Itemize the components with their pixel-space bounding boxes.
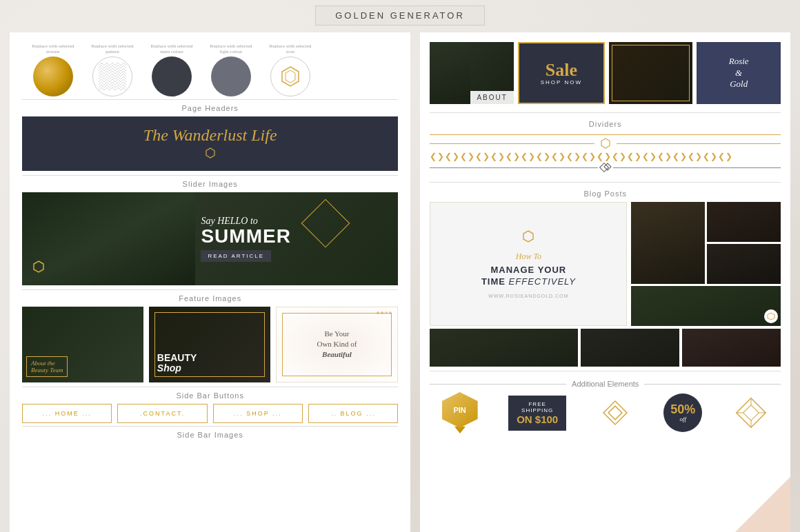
additional-section: Additional Elements PIN FREE SHIP (430, 380, 781, 433)
divider-hex (430, 138, 781, 149)
svg-marker-4 (34, 261, 43, 272)
swatch-gold-circle (33, 57, 73, 96)
divider-buttons (22, 426, 398, 427)
section-page-headers: Page Headers (22, 104, 398, 112)
additional-label: Additional Elements (430, 380, 781, 388)
free-shipping-badge: FREE SHIPPING ON $100 (508, 396, 566, 431)
shop-now-text: SHOP NOW (541, 79, 582, 85)
slider-area: Say HELLO to SUMMER READ ARTICLE (22, 192, 398, 285)
free-text: FREE (528, 401, 546, 407)
feature-1-box: About the Beauty Team (26, 356, 68, 377)
title-text: GOLDEN GENERATOR (335, 10, 465, 21)
section-feature-images: Feature Images (22, 294, 398, 303)
title-bar: GOLDEN GENERATOR (315, 6, 485, 25)
swatch-dark-circle (152, 57, 192, 96)
contact-button[interactable]: .CONTACT. (117, 404, 207, 423)
svg-rect-11 (743, 405, 759, 421)
shop-button[interactable]: ... SHOP ... (213, 404, 303, 423)
feature-2-text: BEAUTY Shop (157, 353, 197, 374)
banner-wanderlust: Wanderlust (172, 126, 251, 144)
section-sidebar-buttons: Side Bar Buttons (22, 391, 398, 400)
diamond-left-line (430, 167, 597, 168)
feature-3-italic: Beautiful (322, 350, 352, 358)
swatch-outline-circle (270, 57, 310, 96)
blog-photo-2 (707, 202, 781, 242)
svg-marker-1 (282, 67, 299, 86)
right-top-grid: ABOUT Sale SHOP NOW Rosie&Gold (430, 42, 781, 104)
chevron-divider: ❮❯❮❯❮❯❮❯❮❯❮❯❮❯❮❯❮❯❮❯❮❯❮❯❮❯❮❯❮❯❮❯❮❯❮❯❮❯❮❯ (430, 152, 781, 161)
divider-dividers-section (430, 182, 781, 183)
shipping-text: SHIPPING (521, 407, 553, 413)
slider-overlay: Say HELLO to SUMMER READ ARTICLE (191, 192, 398, 285)
main-container: GOLDEN GENERATOR Replace with selected t… (0, 0, 800, 532)
feature-3-text1: Be Your Own Kind of Beautiful (317, 329, 357, 360)
svg-rect-8 (603, 401, 627, 424)
pin-badge-wrap: PIN (442, 392, 478, 433)
feature-1-overlay: About the Beauty Team (26, 356, 139, 377)
hex-divider-icon (600, 138, 611, 149)
blog-url: WWW.ROSIEANDGOLD.COM (488, 294, 568, 298)
divider-slider (22, 289, 398, 290)
geo-outline (733, 395, 769, 431)
divider-left-line (430, 143, 594, 144)
pin-text: PIN (453, 406, 466, 414)
feature-2-bold2: Shop (157, 363, 197, 374)
feature-1-label: About the (31, 360, 63, 367)
svg-marker-5 (601, 139, 610, 148)
off-text: off (679, 416, 686, 422)
banner-title: The Wanderlust Life (36, 126, 384, 145)
divider-blog (430, 371, 781, 371)
fifty-text: 50% (670, 403, 695, 416)
pin-badge: PIN (442, 392, 478, 428)
feature-images: About the Beauty Team BEAUTY Shop (22, 307, 398, 382)
dividers-section: ❮❯❮❯❮❯❮❯❮❯❮❯❮❯❮❯❮❯❮❯❮❯❮❯❮❯❮❯❮❯❮❯❮❯❮❯❮❯❮❯ (430, 132, 781, 174)
gold-divider-1 (430, 134, 781, 135)
blog-photo-4 (631, 286, 781, 326)
blog-photo-1 (631, 202, 705, 284)
shipping-amount: ON $100 (517, 413, 558, 425)
swatch-gold: Replace with selected texture (29, 43, 77, 96)
diamond-divider (430, 164, 781, 171)
diamond-right-line (613, 167, 781, 168)
feature-1-italic: Beauty Team (31, 367, 63, 374)
svg-rect-9 (608, 406, 622, 420)
slider-hex-icon (32, 260, 46, 277)
bottom-photo-3 (682, 329, 781, 367)
banner-icon (36, 147, 384, 161)
about-label: ABOUT (470, 91, 514, 104)
fifty-off-badge: 50% off (663, 393, 702, 432)
svg-marker-7 (768, 313, 774, 320)
svg-marker-6 (523, 231, 533, 242)
divider-right-line (617, 143, 781, 144)
feature-img-2: BEAUTY Shop (149, 307, 270, 382)
page-header-banner: The Wanderlust Life (22, 116, 398, 171)
panels: Replace with selected texture Replace wi… (0, 32, 800, 532)
diamond-double (601, 164, 610, 171)
divider-grid (430, 112, 781, 113)
color-swatches: Replace with selected texture Replace wi… (22, 43, 398, 96)
banner-the: The (143, 126, 172, 144)
swatch-dark-label: Replace with selected main colour (148, 43, 196, 55)
blog-effectively: EFFECTIVELY (509, 276, 576, 287)
swatch-gold-label: Replace with selected texture (29, 43, 77, 55)
blog-how-to: How To (516, 252, 541, 262)
feature-img-1: About the Beauty Team (22, 307, 143, 382)
additional-items: PIN FREE SHIPPING ON $100 (430, 392, 781, 433)
read-article-button[interactable]: READ ARTICLE (201, 250, 271, 262)
blog-photo-3 (707, 244, 781, 284)
section-sidebar-images: Side Bar Images (22, 431, 398, 439)
swatch-medium: Replace with selected light colour (207, 43, 255, 96)
divider-banner (22, 175, 398, 176)
blog-left: How To MANAGE YOURTIME EFFECTIVELY WWW.R… (430, 202, 627, 326)
grid-sale: Sale SHOP NOW (518, 42, 605, 104)
geo-diamond (597, 395, 633, 431)
blog-section: How To MANAGE YOURTIME EFFECTIVELY WWW.R… (430, 202, 781, 326)
divider-swatches (22, 99, 398, 100)
slider-person (22, 192, 195, 285)
blog-button[interactable]: .. BLOG ... (308, 404, 398, 423)
feature-img-3: Be Your Own Kind of Beautiful (276, 307, 399, 382)
dividers-label: Dividers (430, 120, 781, 128)
swatch-outline: Replace with selected icon (266, 43, 314, 96)
blog-hex-overlay (764, 309, 778, 323)
home-button[interactable]: ... HOME ... (22, 404, 112, 423)
